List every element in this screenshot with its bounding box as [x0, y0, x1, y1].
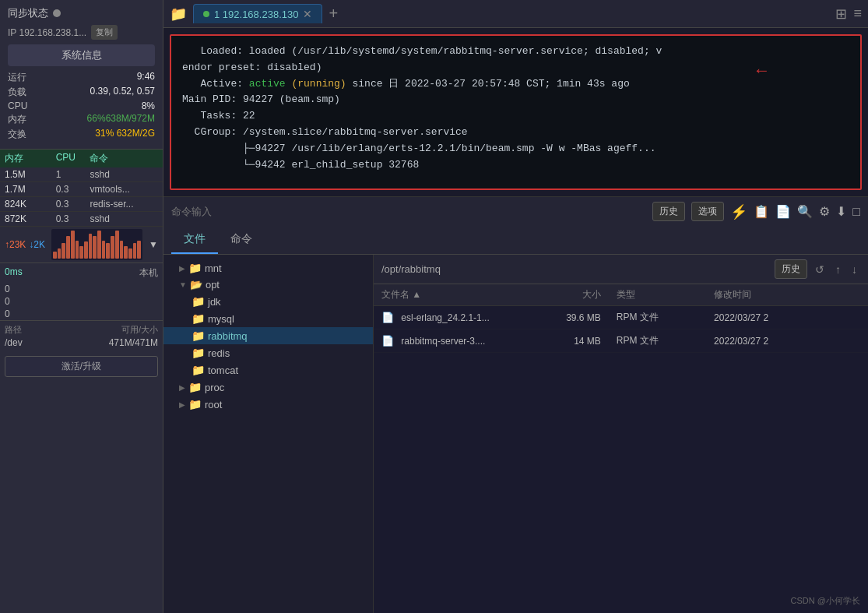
- proc-row: 824K 0.3 redis-ser...: [0, 197, 163, 212]
- sidebar-top: 同步状态 IP 192.168.238.1... 复制 系统信息 运行 9:46…: [0, 0, 163, 150]
- tree-item-label: tomcat: [208, 365, 238, 376]
- proc-col-cpu: CPU: [56, 152, 90, 165]
- tree-arrow-icon: ▶: [179, 400, 185, 409]
- net-expand-icon[interactable]: ▼: [149, 239, 158, 250]
- terminal-line: Tasks: 22: [182, 108, 849, 125]
- load-value: 0.39, 0.52, 0.57: [90, 86, 155, 99]
- uptime-row: 运行 9:46: [8, 71, 155, 84]
- sync-status: 同步状态: [8, 6, 155, 20]
- paste-cmd-icon[interactable]: 📄: [775, 204, 791, 219]
- tree-item-tomcat[interactable]: 📁 tomcat: [163, 361, 373, 379]
- swap-label: 交换: [8, 128, 26, 141]
- terminal-line: └─94242 erl_child_setup 32768: [182, 157, 849, 174]
- tab-active-dot: [203, 11, 209, 17]
- tree-item-jdk[interactable]: 📁 jdk: [163, 293, 373, 310]
- grid-icon[interactable]: ⊞: [835, 5, 847, 23]
- proc-table: 1.5M 1 sshd 1.7M 0.3 vmtools... 824K 0.3…: [0, 167, 163, 227]
- file-refresh-button[interactable]: ↺: [812, 259, 828, 279]
- zero-row: 0: [0, 283, 163, 295]
- upgrade-button[interactable]: 激活/升级: [5, 356, 158, 377]
- file-row[interactable]: 📄 esl-erlang_24.2.1-1... 39.6 MB RPM 文件 …: [374, 306, 868, 329]
- mem-value: 66%638M/972M: [87, 113, 155, 126]
- folder-icon: 📁: [170, 5, 187, 23]
- cpu-value: 8%: [142, 100, 155, 111]
- col-type-header[interactable]: 类型: [617, 288, 714, 301]
- tree-item-label: redis: [208, 347, 230, 359]
- tab-add-button[interactable]: +: [329, 5, 338, 23]
- proc-row: 1.5M 1 sshd: [0, 167, 163, 182]
- proc-cmd: vmtools...: [90, 184, 158, 195]
- ip-label: IP 192.168.238.1...: [8, 27, 86, 38]
- net-download: ↓2K: [29, 239, 45, 250]
- current-path: /opt/rabbitmq: [381, 263, 768, 275]
- folder-jdk-icon: 📁: [192, 295, 205, 308]
- col-size-header[interactable]: 大小: [528, 288, 617, 301]
- tree-item-redis[interactable]: 📁 redis: [163, 344, 373, 361]
- proc-mem: 872K: [5, 213, 56, 224]
- terminal-line: ├─94227 /usr/lib/erlang/erts-12.2.1/bin/…: [182, 141, 849, 157]
- proc-cpu: 0.3: [56, 199, 90, 210]
- folder-redis-icon: 📁: [192, 347, 205, 359]
- proc-row: 872K 0.3 sshd: [0, 212, 163, 227]
- download-cmd-icon[interactable]: ⬇: [836, 204, 846, 219]
- folder-mysql-icon: 📁: [192, 312, 205, 325]
- tab-close-button[interactable]: ✕: [303, 8, 312, 20]
- copy-button[interactable]: 复制: [91, 25, 118, 40]
- tree-item-mnt[interactable]: ▶ 📁 mnt: [163, 259, 373, 277]
- chart-bar: [124, 246, 128, 259]
- tab-files[interactable]: 文件: [171, 226, 218, 254]
- sort-icon: ▲: [412, 289, 421, 300]
- search-cmd-icon[interactable]: 🔍: [797, 204, 813, 219]
- path-avail-label: 可用/大小: [121, 324, 158, 336]
- proc-col-mem: 内存: [5, 152, 56, 165]
- latency-section: 0ms 本机: [0, 262, 163, 283]
- cmd-input[interactable]: [171, 206, 646, 217]
- file-row[interactable]: 📄 rabbitmq-server-3.... 14 MB RPM 文件 202…: [374, 329, 868, 353]
- sys-info-button[interactable]: 系统信息: [8, 44, 155, 66]
- sync-dot: [53, 9, 61, 17]
- proc-cmd: sshd: [90, 213, 158, 224]
- list-icon[interactable]: ≡: [853, 5, 862, 23]
- tree-item-rabbitmq[interactable]: 📁 rabbitmq: [163, 327, 373, 344]
- history-button[interactable]: 历史: [652, 202, 685, 221]
- tab-item[interactable]: 1 192.168.238.130 ✕: [193, 4, 322, 23]
- chart-bar: [115, 231, 119, 259]
- tree-item-proc[interactable]: ▶ 📁 proc: [163, 379, 373, 396]
- ip-row: IP 192.168.238.1... 复制: [8, 25, 155, 40]
- file-date: 2022/03/27 2: [714, 336, 860, 347]
- swap-row: 交换 31% 632M/2G: [8, 128, 155, 141]
- settings-cmd-icon[interactable]: ⚙: [819, 204, 830, 219]
- options-button[interactable]: 选项: [691, 202, 724, 221]
- maximize-cmd-icon[interactable]: □: [852, 205, 860, 219]
- lightning-icon[interactable]: ⚡: [730, 203, 747, 220]
- file-table-header: 文件名 ▲ 大小 类型 修改时间: [374, 284, 868, 306]
- tree-item-opt[interactable]: ▼ 📂 opt: [163, 277, 373, 293]
- watermark: CSDN @小何学长: [791, 595, 860, 607]
- tab-right-icons: ⊞ ≡: [835, 5, 862, 23]
- tree-item-mysql[interactable]: 📁 mysql: [163, 310, 373, 327]
- tree-item-root[interactable]: ▶ 📁 root: [163, 396, 373, 413]
- chart-bar: [79, 246, 83, 259]
- path-data: /dev 471M/471M: [5, 337, 158, 348]
- path-dev: /dev: [5, 337, 23, 348]
- folder-opt-icon: 📂: [190, 279, 202, 291]
- cmd-row: 历史 选项 ⚡ 📋 📄 🔍 ⚙ ⬇ □: [163, 196, 868, 226]
- file-download-button[interactable]: ↓: [849, 259, 860, 279]
- file-upload-button[interactable]: ↑: [832, 259, 844, 279]
- chart-bar: [137, 241, 141, 259]
- copy-cmd-icon[interactable]: 📋: [754, 204, 769, 219]
- col-date-header[interactable]: 修改时间: [714, 288, 860, 301]
- file-history-button[interactable]: 历史: [775, 259, 807, 279]
- tab-command[interactable]: 命令: [218, 226, 265, 254]
- chart-bar: [111, 236, 114, 259]
- file-type: RPM 文件: [617, 311, 714, 324]
- col-name-header[interactable]: 文件名 ▲: [381, 288, 528, 301]
- chart-bar: [120, 241, 124, 259]
- proc-cpu: 0.3: [56, 184, 90, 195]
- net-row: ↑23K ↓2K: [0, 227, 163, 262]
- proc-table-header: 内存 CPU 命令: [0, 150, 163, 167]
- tree-arrow-icon: ▶: [179, 383, 185, 392]
- chart-bar: [58, 248, 61, 259]
- latency-machine: 本机: [139, 266, 158, 280]
- path-section: 路径 可用/大小 /dev 471M/471M: [0, 320, 163, 351]
